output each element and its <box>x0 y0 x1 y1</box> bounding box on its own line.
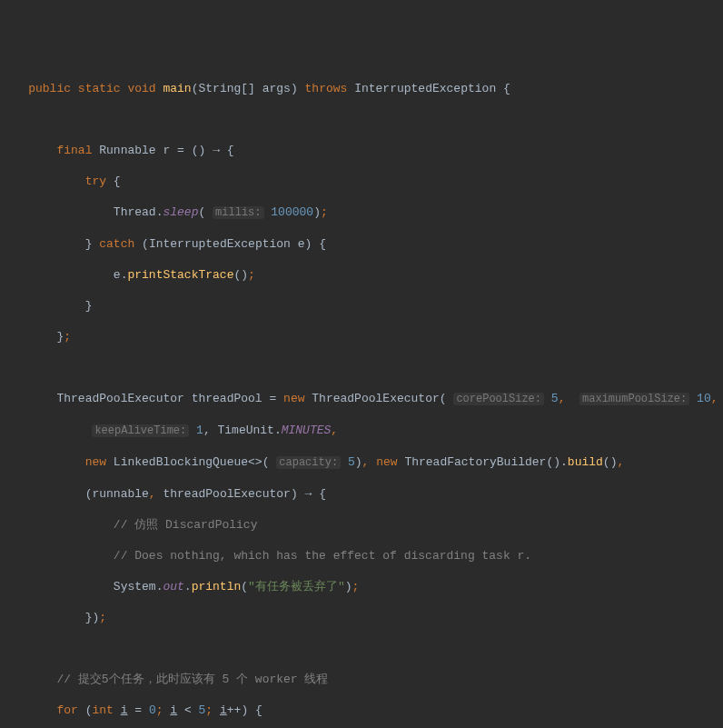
code-line: public static void main(String[] args) t… <box>0 81 723 96</box>
code-line: new LinkedBlockingQueue<>( capacity: 5),… <box>0 454 723 471</box>
code-line: final Runnable r = () → { <box>0 143 723 158</box>
code-line: (runnable, threadPoolExecutor) → { <box>0 486 723 502</box>
code-line: } catch (InterruptedException e) { <box>0 236 723 252</box>
code-line <box>0 112 723 127</box>
code-line: e.printStackTrace(); <box>0 267 723 283</box>
code-line: System.out.println("有任务被丢弃了"); <box>0 579 723 594</box>
code-line: }); <box>0 610 723 625</box>
code-line: // 提交5个任务，此时应该有 5 个 worker 线程 <box>0 672 723 687</box>
code-line: try { <box>0 174 723 189</box>
code-line <box>0 360 723 375</box>
code-line: }; <box>0 329 723 344</box>
code-line: ThreadPoolExecutor threadPool = new Thre… <box>0 391 723 407</box>
code-line: keepAliveTime: 1, TimeUnit.MINUTES, <box>0 423 723 439</box>
code-line <box>0 641 723 656</box>
code-line: } <box>0 298 723 314</box>
code-editor[interactable]: public static void main(String[] args) t… <box>0 65 723 728</box>
code-line: for (int i = 0; i < 5; i++) { <box>0 703 723 718</box>
code-line: Thread.sleep( millis: 100000); <box>0 204 723 221</box>
code-line: // Does nothing, which has the effect of… <box>0 548 723 563</box>
code-line: // 仿照 DiscardPolicy <box>0 517 723 533</box>
